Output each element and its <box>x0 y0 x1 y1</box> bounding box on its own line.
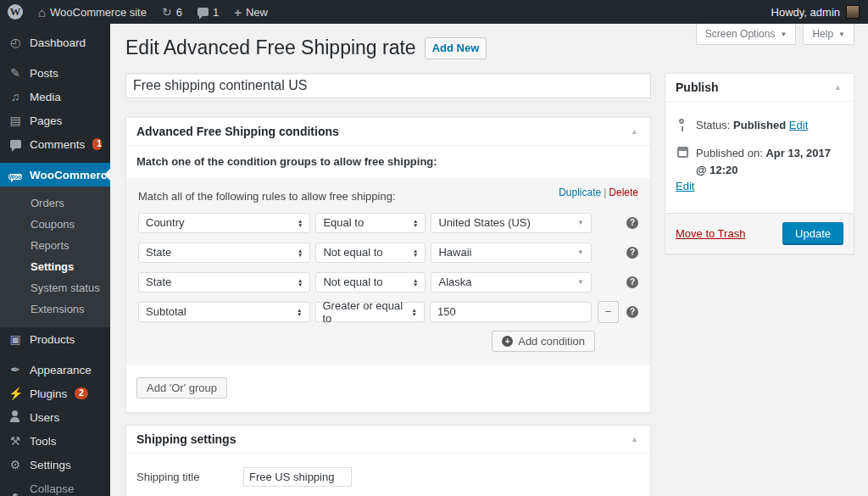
condition-amount-input[interactable] <box>430 302 592 322</box>
submenu-item-reports[interactable]: Reports <box>0 235 110 256</box>
page-title: Edit Advanced Free Shipping rate <box>125 36 416 61</box>
sidebar-item-dashboard[interactable]: ◴ Dashboard <box>0 31 110 54</box>
condition-value-select[interactable]: Hawaii ▼ <box>431 242 592 263</box>
select-arrows-icon: ▲▼ <box>413 278 418 287</box>
panel-collapse-icon[interactable]: ▲ <box>629 435 640 443</box>
sidebar-item-comments[interactable]: Comments 1 <box>0 132 110 156</box>
screen-options-label: Screen Options <box>705 28 776 40</box>
wordpress-menu[interactable]: W <box>0 0 31 24</box>
help-tip-icon[interactable]: ? <box>626 276 638 288</box>
comments-count: 1 <box>213 6 219 19</box>
sidebar-label-appearance: Appearance <box>30 364 92 376</box>
edit-date-link[interactable]: Edit <box>676 180 694 192</box>
condition-field-value: State <box>146 276 171 288</box>
sidebar-item-plugins[interactable]: ⚡ Plugins 2 <box>0 382 110 405</box>
condition-value-select[interactable]: United States (US) ▼ <box>431 213 592 233</box>
sidebar-item-media[interactable]: ♫ Media <box>0 85 110 109</box>
screen-options-tab[interactable]: Screen Options ▼ <box>696 24 797 45</box>
select-arrows-icon: ▲▼ <box>298 219 303 227</box>
delete-group-link[interactable]: Delete <box>609 187 638 198</box>
help-tip-icon[interactable]: ? <box>626 247 638 259</box>
move-to-trash-link[interactable]: Move to Trash <box>676 227 745 240</box>
condition-value-select[interactable]: Alaska ▼ <box>431 272 592 293</box>
sidebar-item-appearance[interactable]: ✒ Appearance <box>0 358 110 382</box>
condition-field-select[interactable]: State ▲▼ <box>138 242 310 263</box>
submenu-item-orders[interactable]: Orders <box>0 192 110 214</box>
select-arrows-icon: ▲▼ <box>412 308 417 316</box>
sidebar-label-posts: Posts <box>30 67 58 80</box>
dropdown-arrow-icon: ▼ <box>577 278 584 286</box>
collapse-menu-button[interactable]: ◄ Collapse menu <box>0 483 110 496</box>
appearance-icon: ✒ <box>8 363 22 376</box>
new-content-link[interactable]: + New <box>226 0 275 24</box>
comments-link[interactable]: 1 <box>190 0 226 24</box>
updates-count: 6 <box>176 6 182 19</box>
comments-bubble-icon <box>198 8 209 16</box>
remove-condition-button[interactable]: − <box>598 301 619 323</box>
condition-operator-select[interactable]: Equal to ▲▼ <box>315 213 426 233</box>
help-tab[interactable]: Help ▼ <box>803 24 854 45</box>
site-name: WooCommerce site <box>50 6 147 19</box>
publish-panel-title: Publish <box>676 81 719 94</box>
condition-operator-value: Equal to <box>323 216 364 229</box>
condition-operator-select[interactable]: Not equal to ▲▼ <box>315 242 426 263</box>
submenu-item-extensions[interactable]: Extensions <box>0 298 110 320</box>
sidebar-item-woocommerce[interactable]: Woo WooCommerce <box>0 163 110 187</box>
update-button[interactable]: Update <box>782 222 843 245</box>
condition-row: Country ▲▼ Equal to ▲▼ United States (US… <box>138 212 638 234</box>
add-condition-button[interactable]: + Add condition <box>492 331 595 352</box>
select-arrows-icon: ▲▼ <box>413 219 418 227</box>
submenu-item-system-status[interactable]: System status <box>0 277 110 298</box>
calendar-icon <box>676 145 689 158</box>
add-condition-label: Add condition <box>518 335 585 348</box>
condition-operator-select[interactable]: Not equal to ▲▼ <box>315 272 426 293</box>
sidebar-label-media: Media <box>30 91 61 103</box>
select-arrows-icon: ▲▼ <box>413 248 418 257</box>
edit-status-link[interactable]: Edit <box>789 119 808 131</box>
condition-field-select[interactable]: Country ▲▼ <box>138 213 310 233</box>
sidebar-label-settings: Settings <box>30 459 71 471</box>
updates-link[interactable]: ↻ 6 <box>154 0 190 24</box>
screen-meta-links: Screen Options ▼ Help ▼ <box>696 24 854 45</box>
settings-icon: ⚙ <box>8 458 22 471</box>
condition-field-value: State <box>146 246 171 259</box>
panel-collapse-icon[interactable]: ▲ <box>832 83 843 92</box>
condition-field-value: Subtotal <box>146 305 186 318</box>
sidebar-item-settings[interactable]: ⚙ Settings <box>0 453 110 476</box>
shipping-title-label: Shipping title <box>136 471 243 483</box>
condition-field-value: Country <box>146 216 185 229</box>
submenu-item-coupons[interactable]: Coupons <box>0 214 110 235</box>
comments-icon <box>8 137 22 151</box>
admin-bar: W ⌂ WooCommerce site ↻ 6 1 + New Howdy, … <box>0 0 868 24</box>
condition-value: United States (US) <box>438 216 530 229</box>
rate-title-input[interactable] <box>125 73 651 98</box>
panel-collapse-icon[interactable]: ▲ <box>629 127 640 136</box>
duplicate-group-link[interactable]: Duplicate <box>559 187 601 198</box>
help-tip-icon[interactable]: ? <box>626 217 638 229</box>
condition-field-select[interactable]: Subtotal ▲▼ <box>138 302 310 322</box>
help-tip-icon[interactable]: ? <box>626 306 638 318</box>
comments-count-badge: 1 <box>92 138 102 150</box>
condition-operator-value: Greater or equal to <box>323 299 412 325</box>
select-arrows-icon: ▲▼ <box>297 308 302 316</box>
condition-operator-select[interactable]: Greater or equal to ▲▼ <box>315 302 426 322</box>
sidebar-label-woocommerce: WooCommerce <box>30 169 114 181</box>
condition-field-select[interactable]: State ▲▼ <box>138 272 310 293</box>
site-name-link[interactable]: ⌂ WooCommerce site <box>31 0 154 24</box>
sidebar-item-tools[interactable]: ⚒ Tools <box>0 429 110 453</box>
sidebar-item-pages[interactable]: ▤ Pages <box>0 109 110 132</box>
pushpin-icon: ✎ <box>8 66 22 80</box>
sidebar-item-posts[interactable]: ✎ Posts <box>0 61 110 85</box>
conditions-panel-title: Advanced Free Shipping conditions <box>136 125 339 138</box>
shipping-title-input[interactable] <box>243 467 352 487</box>
condition-group: Match all of the following rules to allo… <box>126 178 650 365</box>
sidebar-item-products[interactable]: ▣ Products <box>0 327 110 351</box>
howdy-account-link[interactable]: Howdy, admin <box>771 6 840 19</box>
sidebar-item-users[interactable]: Users <box>0 405 110 429</box>
add-or-group-button[interactable]: Add 'Or' group <box>136 377 227 398</box>
updates-icon: ↻ <box>162 6 172 18</box>
plugins-count-badge: 2 <box>75 387 88 399</box>
add-new-button[interactable]: Add New <box>425 37 487 60</box>
shipping-settings-panel: Shipping settings ▲ Shipping title <box>125 425 651 496</box>
submenu-item-settings[interactable]: Settings <box>0 256 110 277</box>
